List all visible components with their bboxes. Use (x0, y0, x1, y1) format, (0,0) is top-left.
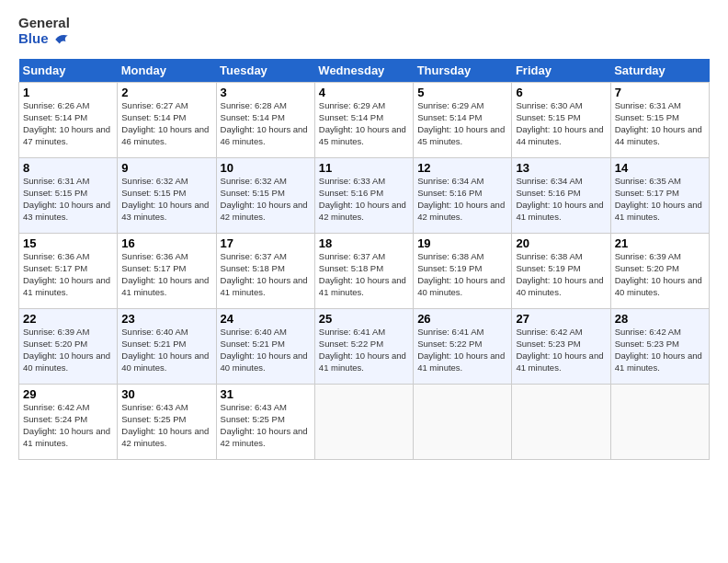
calendar-cell: 4 Sunrise: 6:29 AMSunset: 5:14 PMDayligh… (314, 83, 413, 158)
calendar-cell: 23 Sunrise: 6:40 AMSunset: 5:21 PMDaylig… (118, 309, 216, 385)
day-info: Sunrise: 6:34 AMSunset: 5:16 PMDaylight:… (516, 176, 606, 223)
day-info: Sunrise: 6:32 AMSunset: 5:15 PMDaylight:… (221, 176, 311, 223)
day-number: 6 (516, 86, 606, 99)
day-number: 25 (319, 312, 409, 326)
day-info: Sunrise: 6:42 AMSunset: 5:24 PMDaylight:… (23, 402, 113, 449)
day-info: Sunrise: 6:40 AMSunset: 5:21 PMDaylight:… (221, 327, 311, 373)
day-info: Sunrise: 6:41 AMSunset: 5:22 PMDaylight:… (319, 327, 409, 373)
weekday-header-sunday: Sunday (19, 59, 118, 83)
day-number: 11 (319, 161, 409, 175)
day-number: 30 (121, 387, 211, 401)
day-info: Sunrise: 6:28 AMSunset: 5:14 PMDaylight:… (221, 100, 311, 147)
day-info: Sunrise: 6:40 AMSunset: 5:21 PMDaylight:… (121, 327, 211, 373)
day-info: Sunrise: 6:26 AMSunset: 5:14 PMDaylight:… (23, 100, 113, 147)
day-number: 19 (417, 236, 507, 250)
day-info: Sunrise: 6:31 AMSunset: 5:15 PMDaylight:… (615, 100, 705, 147)
day-info: Sunrise: 6:29 AMSunset: 5:14 PMDaylight:… (319, 100, 409, 147)
calendar-cell: 9 Sunrise: 6:32 AMSunset: 5:15 PMDayligh… (118, 158, 216, 234)
calendar-cell: 24 Sunrise: 6:40 AMSunset: 5:21 PMDaylig… (216, 309, 314, 385)
day-number: 21 (615, 236, 705, 250)
calendar-cell: 8 Sunrise: 6:31 AMSunset: 5:15 PMDayligh… (19, 158, 118, 234)
calendar-table: SundayMondayTuesdayWednesdayThursdayFrid… (18, 59, 710, 460)
day-number: 15 (23, 236, 113, 250)
calendar-cell: 13 Sunrise: 6:34 AMSunset: 5:16 PMDaylig… (512, 158, 610, 234)
day-number: 24 (221, 312, 311, 326)
day-number: 3 (221, 86, 311, 99)
page-header: General Blue (18, 15, 710, 48)
weekday-header-thursday: Thursday (414, 59, 512, 83)
day-info: Sunrise: 6:42 AMSunset: 5:23 PMDaylight:… (615, 327, 705, 373)
weekday-header-tuesday: Tuesday (216, 59, 314, 83)
logo-bird-icon (53, 31, 70, 48)
calendar-cell: 2 Sunrise: 6:27 AMSunset: 5:14 PMDayligh… (118, 83, 216, 158)
day-info: Sunrise: 6:34 AMSunset: 5:16 PMDaylight:… (417, 176, 507, 223)
calendar-cell (610, 385, 709, 460)
calendar-cell: 15 Sunrise: 6:36 AMSunset: 5:17 PMDaylig… (19, 234, 118, 309)
day-info: Sunrise: 6:41 AMSunset: 5:22 PMDaylight:… (417, 327, 507, 373)
calendar-cell: 25 Sunrise: 6:41 AMSunset: 5:22 PMDaylig… (314, 309, 413, 385)
day-info: Sunrise: 6:39 AMSunset: 5:20 PMDaylight:… (615, 251, 705, 298)
day-number: 14 (615, 161, 705, 175)
calendar-cell (314, 385, 413, 460)
day-info: Sunrise: 6:37 AMSunset: 5:18 PMDaylight:… (319, 251, 409, 298)
calendar-cell: 31 Sunrise: 6:43 AMSunset: 5:25 PMDaylig… (216, 385, 314, 460)
calendar-cell: 1 Sunrise: 6:26 AMSunset: 5:14 PMDayligh… (19, 83, 118, 158)
weekday-header-saturday: Saturday (610, 59, 709, 83)
day-number: 20 (516, 236, 606, 250)
day-number: 10 (221, 161, 311, 175)
day-info: Sunrise: 6:43 AMSunset: 5:25 PMDaylight:… (121, 402, 211, 449)
day-number: 8 (23, 161, 113, 175)
weekday-header-monday: Monday (118, 59, 216, 83)
day-info: Sunrise: 6:29 AMSunset: 5:14 PMDaylight:… (417, 100, 507, 147)
calendar-cell: 27 Sunrise: 6:42 AMSunset: 5:23 PMDaylig… (512, 309, 610, 385)
calendar-cell: 20 Sunrise: 6:38 AMSunset: 5:19 PMDaylig… (512, 234, 610, 309)
calendar-cell: 18 Sunrise: 6:37 AMSunset: 5:18 PMDaylig… (314, 234, 413, 309)
calendar-cell: 10 Sunrise: 6:32 AMSunset: 5:15 PMDaylig… (216, 158, 314, 234)
day-number: 26 (417, 312, 507, 326)
day-number: 2 (121, 86, 211, 99)
day-number: 27 (516, 312, 606, 326)
day-info: Sunrise: 6:36 AMSunset: 5:17 PMDaylight:… (121, 251, 211, 298)
weekday-header-friday: Friday (512, 59, 610, 83)
calendar-cell: 19 Sunrise: 6:38 AMSunset: 5:19 PMDaylig… (414, 234, 512, 309)
calendar-cell: 14 Sunrise: 6:35 AMSunset: 5:17 PMDaylig… (610, 158, 709, 234)
day-number: 1 (23, 86, 113, 99)
day-info: Sunrise: 6:31 AMSunset: 5:15 PMDaylight:… (23, 176, 113, 223)
day-info: Sunrise: 6:38 AMSunset: 5:19 PMDaylight:… (417, 251, 507, 298)
page-container: General Blue SundayMondayTuesdayWednesda… (0, 0, 728, 469)
calendar-cell: 17 Sunrise: 6:37 AMSunset: 5:18 PMDaylig… (216, 234, 314, 309)
calendar-cell: 3 Sunrise: 6:28 AMSunset: 5:14 PMDayligh… (216, 83, 314, 158)
day-info: Sunrise: 6:33 AMSunset: 5:16 PMDaylight:… (319, 176, 409, 223)
calendar-cell: 21 Sunrise: 6:39 AMSunset: 5:20 PMDaylig… (610, 234, 709, 309)
day-number: 12 (417, 161, 507, 175)
day-number: 4 (319, 86, 409, 99)
day-info: Sunrise: 6:43 AMSunset: 5:25 PMDaylight:… (221, 402, 311, 449)
calendar-cell: 5 Sunrise: 6:29 AMSunset: 5:14 PMDayligh… (414, 83, 512, 158)
day-number: 13 (516, 161, 606, 175)
day-info: Sunrise: 6:39 AMSunset: 5:20 PMDaylight:… (23, 327, 113, 373)
calendar-cell: 30 Sunrise: 6:43 AMSunset: 5:25 PMDaylig… (118, 385, 216, 460)
day-info: Sunrise: 6:38 AMSunset: 5:19 PMDaylight:… (516, 251, 606, 298)
day-info: Sunrise: 6:36 AMSunset: 5:17 PMDaylight:… (23, 251, 113, 298)
day-info: Sunrise: 6:42 AMSunset: 5:23 PMDaylight:… (516, 327, 606, 373)
calendar-cell: 7 Sunrise: 6:31 AMSunset: 5:15 PMDayligh… (610, 83, 709, 158)
day-number: 29 (23, 387, 113, 401)
calendar-cell: 29 Sunrise: 6:42 AMSunset: 5:24 PMDaylig… (19, 385, 118, 460)
logo-general: General (18, 15, 70, 30)
day-number: 23 (121, 312, 211, 326)
logo: General Blue (18, 15, 70, 48)
calendar-cell: 28 Sunrise: 6:42 AMSunset: 5:23 PMDaylig… (610, 309, 709, 385)
calendar-cell: 12 Sunrise: 6:34 AMSunset: 5:16 PMDaylig… (414, 158, 512, 234)
calendar-cell (414, 385, 512, 460)
logo-blue: Blue (18, 30, 70, 48)
day-info: Sunrise: 6:30 AMSunset: 5:15 PMDaylight:… (516, 100, 606, 147)
day-number: 5 (417, 86, 507, 99)
calendar-cell: 22 Sunrise: 6:39 AMSunset: 5:20 PMDaylig… (19, 309, 118, 385)
calendar-cell: 6 Sunrise: 6:30 AMSunset: 5:15 PMDayligh… (512, 83, 610, 158)
day-info: Sunrise: 6:27 AMSunset: 5:14 PMDaylight:… (121, 100, 211, 147)
calendar-cell: 26 Sunrise: 6:41 AMSunset: 5:22 PMDaylig… (414, 309, 512, 385)
calendar-cell: 11 Sunrise: 6:33 AMSunset: 5:16 PMDaylig… (314, 158, 413, 234)
calendar-cell (512, 385, 610, 460)
weekday-header-wednesday: Wednesday (314, 59, 413, 83)
logo-text: General Blue (18, 15, 70, 48)
